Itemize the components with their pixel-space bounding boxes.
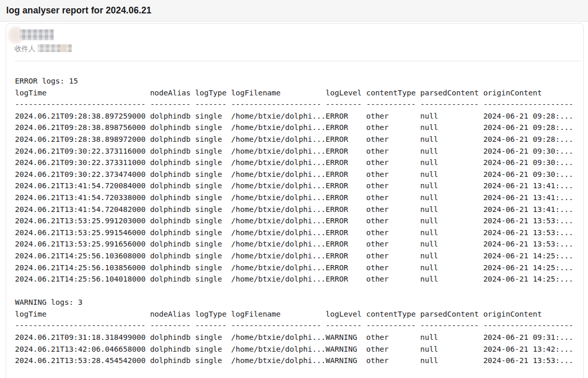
recipient-redacted bbox=[38, 44, 72, 52]
recipient-label: 收件人 bbox=[14, 44, 36, 54]
email-card: 收件人 ERROR logs: 15 logTime nodeAlias log… bbox=[6, 23, 584, 378]
report-title-bar: log analyser report for 2024.06.21 bbox=[0, 0, 588, 22]
sender-name-redacted bbox=[20, 29, 54, 40]
page-title: log analyser report for 2024.06.21 bbox=[6, 5, 152, 16]
log-report-text: ERROR logs: 15 logTime nodeAlias logType… bbox=[15, 75, 574, 367]
email-header-divider bbox=[14, 61, 582, 61]
